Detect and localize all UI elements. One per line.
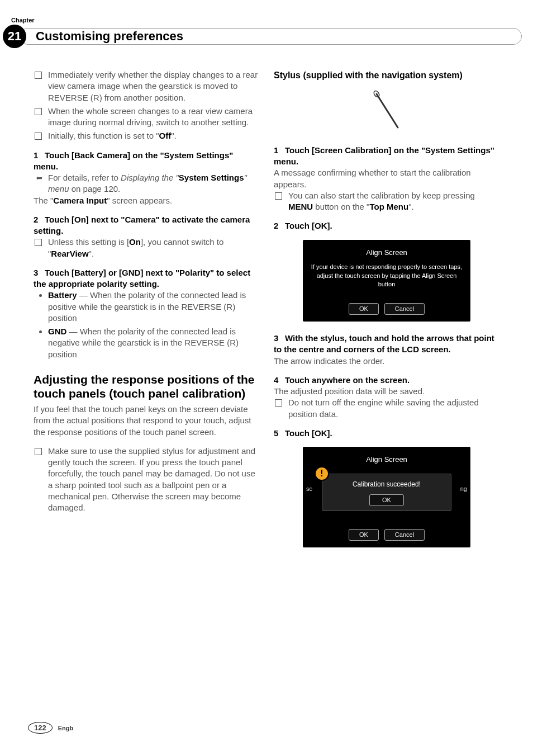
- cancel-button[interactable]: Cancel: [384, 303, 425, 315]
- text: ".: [408, 202, 414, 211]
- left-column: Immediately verify whether the display c…: [34, 69, 259, 559]
- step-number: 1: [34, 150, 45, 161]
- popup-message: Calibration succeeded!: [327, 480, 446, 489]
- step-2-checklist: Unless this setting is [On], you cannot …: [34, 237, 259, 259]
- list-item: Make sure to use the supplied stylus for…: [48, 446, 259, 514]
- step-heading: Touch [Screen Calibration] on the "Syste…: [274, 145, 494, 166]
- text: button on the ": [313, 202, 369, 211]
- step-body: A message confirming whether to start th…: [274, 167, 499, 190]
- keyword-gnd: GND: [48, 327, 66, 336]
- step-body: The arrow indicates the order.: [274, 356, 499, 367]
- keyword-rearview: RearView: [51, 249, 88, 258]
- step-4-checklist: Do not turn off the engine while saving …: [274, 397, 499, 420]
- section-heading-calibration: Adjusting the response positions of the …: [34, 372, 259, 400]
- text: You can also start the calibration by ke…: [288, 191, 475, 200]
- step-number: 1: [274, 145, 285, 156]
- step-3: 3Touch [Battery] or [GND] next to "Polar…: [34, 267, 259, 360]
- step-number: 2: [274, 220, 285, 231]
- text: The ": [34, 196, 53, 205]
- chapter-title: Customising preferences: [36, 29, 183, 44]
- step-heading: Touch [On] next to "Camera" to activate …: [34, 215, 250, 235]
- text: on page 120.: [69, 184, 121, 193]
- keyword-system-settings: System Settings: [179, 173, 244, 182]
- page-footer: 122 Engb: [28, 722, 73, 734]
- svg-line-0: [377, 94, 398, 127]
- intro-checklist: Immediately verify whether the display c…: [34, 69, 259, 142]
- keyword-on: On: [129, 237, 141, 247]
- stylus-heading: Stylus (supplied with the navigation sys…: [274, 69, 499, 82]
- section-body: If you feel that the touch panel keys on…: [34, 404, 259, 438]
- step-body: The adjusted position data will be saved…: [274, 386, 499, 397]
- align-screen-dialog-2: Align Screen sc ng ! Calibration succeed…: [303, 447, 470, 547]
- cancel-button[interactable]: Cancel: [384, 529, 425, 541]
- step-heading: Touch anywhere on the screen.: [285, 375, 410, 385]
- step-heading: Touch [OK].: [285, 428, 332, 438]
- dialog-title: Align Screen: [308, 455, 465, 465]
- list-item: Immediately verify whether the display c…: [48, 69, 259, 103]
- dialog-title: Align Screen: [308, 248, 465, 258]
- keyword-top-menu: Top Menu: [369, 202, 408, 211]
- step-number: 4: [274, 375, 285, 386]
- step-3-bullets: Battery — When the polarity of the conne…: [34, 290, 259, 360]
- text: — When the polarity of the connected lea…: [48, 290, 246, 323]
- step-number: 5: [274, 428, 285, 439]
- keyword-off: Off: [159, 131, 171, 140]
- text: For details, refer to: [48, 173, 121, 182]
- language-code: Engb: [58, 725, 74, 731]
- text: ".: [89, 249, 94, 258]
- stylus-icon: [370, 87, 403, 132]
- right-column: Stylus (supplied with the navigation sys…: [274, 69, 499, 559]
- dialog-buttons: OK Cancel: [308, 303, 465, 315]
- step-2: 2Touch [OK].: [274, 220, 499, 231]
- keyword-camera-input: Camera Input: [53, 196, 107, 205]
- list-item: Initially, this function is set to "Off"…: [48, 130, 259, 141]
- chapter-number-badge: 21: [3, 25, 26, 48]
- list-item: Battery — When the polarity of the conne…: [48, 290, 259, 324]
- step-number: 3: [34, 267, 45, 278]
- text: Unless this setting is [: [48, 237, 129, 247]
- success-popup: ! Calibration succeeded! OK: [322, 474, 451, 511]
- step-body: The "Camera Input" screen appears.: [34, 195, 259, 206]
- step-4: 4Touch anywhere on the screen. The adjus…: [274, 375, 499, 420]
- step-number: 2: [34, 214, 45, 225]
- align-screen-dialog-1: Align Screen If your device is not respo…: [303, 240, 470, 322]
- step-2: 2Touch [On] next to "Camera" to activate…: [34, 214, 259, 259]
- ok-button[interactable]: OK: [349, 303, 379, 315]
- dialog-body: If your device is not responding properl…: [308, 263, 465, 289]
- text: Initially, this function is set to ": [48, 131, 159, 140]
- step-heading: Touch [Battery] or [GND] next to "Polari…: [34, 268, 250, 289]
- step-1-checklist: You can also start the calibration by ke…: [274, 190, 499, 213]
- clipped-text-right: ng: [460, 485, 467, 493]
- chapter-title-bar: Customising preferences: [20, 28, 522, 45]
- keyword-menu: MENU: [288, 202, 313, 211]
- list-item: When the whole screen changes to a rear …: [48, 106, 259, 129]
- step-5: 5Touch [OK].: [274, 428, 499, 439]
- text-italic: Displaying the ": [121, 173, 179, 182]
- chapter-label: Chapter: [11, 17, 499, 23]
- text: " screen appears.: [107, 196, 172, 205]
- keyword-battery: Battery: [48, 290, 77, 300]
- calibration-checklist: Make sure to use the supplied stylus for…: [34, 446, 259, 514]
- two-column-layout: Immediately verify whether the display c…: [34, 69, 499, 559]
- page-number: 122: [28, 722, 53, 734]
- cross-reference: For details, refer to Displaying the "Sy…: [34, 172, 259, 195]
- ok-button[interactable]: OK: [349, 529, 379, 541]
- clipped-text-left: sc: [306, 485, 312, 493]
- alert-icon: !: [315, 466, 329, 481]
- page: Chapter 21 Customising preferences Immed…: [0, 0, 533, 756]
- text: — When the polarity of the connected lea…: [48, 327, 239, 359]
- step-number: 3: [274, 333, 285, 344]
- step-heading: With the stylus, touch and hold the arro…: [274, 333, 494, 354]
- text: ".: [171, 131, 177, 140]
- step-heading: Touch [Back Camera] on the "System Setti…: [34, 150, 233, 171]
- stylus-illustration: [274, 87, 499, 135]
- popup-ok-button[interactable]: OK: [369, 494, 404, 506]
- list-item: You can also start the calibration by ke…: [288, 190, 499, 213]
- list-item: Unless this setting is [On], you cannot …: [48, 237, 259, 259]
- step-3: 3With the stylus, touch and hold the arr…: [274, 333, 499, 367]
- chapter-header: 21 Customising preferences: [3, 25, 499, 47]
- step-1: 1Touch [Screen Calibration] on the "Syst…: [274, 145, 499, 213]
- dialog-buttons: OK Cancel: [303, 529, 470, 541]
- step-1: 1Touch [Back Camera] on the "System Sett…: [34, 150, 259, 206]
- list-item: GND — When the polarity of the connected…: [48, 326, 259, 360]
